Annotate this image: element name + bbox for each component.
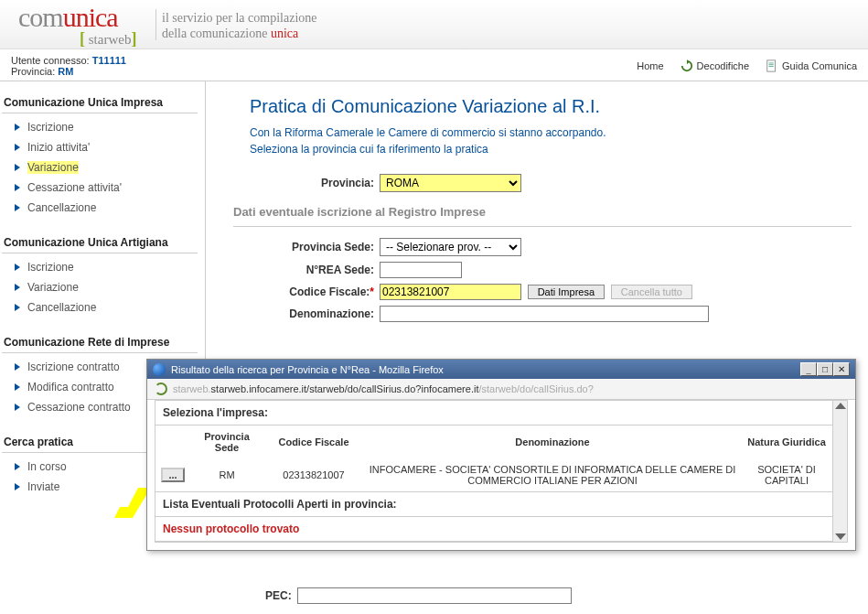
popup-url-text: starweb.starweb.infocamere.it/starweb/do… bbox=[173, 383, 594, 394]
provincia-label: Provincia: bbox=[233, 177, 380, 189]
prov-sede-select[interactable]: -- Selezionare prov. -- bbox=[380, 238, 521, 256]
menu-section-title: Comunicazione Unica Impresa bbox=[2, 92, 198, 113]
arrow-icon bbox=[15, 164, 20, 171]
userbar: Utente connesso: T11111 Provincia: RM Ho… bbox=[0, 49, 868, 81]
arrow-icon bbox=[15, 483, 20, 490]
section-registro: Dati eventuale iscrizione al Registro Im… bbox=[233, 198, 852, 222]
sidebar-item-label: Cancellazione bbox=[27, 301, 96, 314]
document-icon bbox=[766, 59, 778, 72]
notice: Con la Riforma Camerale le Camere di com… bbox=[233, 124, 852, 174]
sidebar-item-label: Inizio attivita' bbox=[27, 141, 90, 154]
row-prov: RM bbox=[190, 458, 263, 491]
denom-label: Denominazione: bbox=[233, 307, 380, 320]
provincia-label: Provincia: bbox=[11, 66, 58, 77]
logo: comunica bbox=[18, 2, 118, 33]
cf-label: Codice Fiscale: bbox=[233, 285, 380, 298]
result-table: Provincia Sede Codice Fiscale Denominazi… bbox=[155, 425, 832, 491]
arrow-icon bbox=[15, 304, 20, 311]
sidebar-item[interactable]: Iscrizione bbox=[2, 257, 198, 277]
provincia-select[interactable]: ROMA bbox=[380, 174, 521, 192]
sidebar-item[interactable]: Inizio attivita' bbox=[2, 137, 198, 157]
popup-titlebar: Risultato della ricerca per Provincia e … bbox=[147, 360, 855, 379]
maximize-button[interactable]: □ bbox=[817, 362, 833, 376]
provincia-link[interactable]: RM bbox=[58, 66, 73, 77]
refresh-icon bbox=[680, 59, 693, 72]
svg-rect-1 bbox=[769, 63, 774, 64]
sidebar-item[interactable]: Iscrizione bbox=[2, 117, 198, 137]
sidebar-item-label: Variazione bbox=[27, 281, 79, 294]
popup-seleziona-label: Seleziona l'impresa: bbox=[155, 401, 832, 425]
svg-rect-2 bbox=[769, 64, 774, 65]
popup-urlbar: starweb.starweb.infocamere.it/starweb/do… bbox=[147, 379, 855, 400]
arrow-icon bbox=[15, 144, 20, 151]
cf-input[interactable] bbox=[380, 284, 521, 300]
popup-window: Risultato della ricerca per Provincia e … bbox=[146, 359, 856, 519]
prov-sede-label: Provincia Sede: bbox=[233, 241, 380, 253]
arrow-icon bbox=[15, 463, 20, 470]
sidebar-item-label: Inviate bbox=[27, 480, 59, 493]
arrow-icon bbox=[15, 363, 20, 371]
header: comunica [ starweb] il servizio per la c… bbox=[0, 0, 868, 49]
connected-label: Utente connesso: bbox=[11, 55, 92, 66]
result-row: ... RM 02313821007 INFOCAMERE - SOCIETA'… bbox=[155, 458, 832, 491]
sidebar-item-label: In corso bbox=[27, 460, 67, 473]
divider bbox=[233, 226, 852, 227]
nrea-input[interactable] bbox=[380, 262, 462, 278]
row-denom: INFOCAMERE - SOCIETA' CONSORTILE DI INFO… bbox=[364, 458, 741, 491]
svg-rect-3 bbox=[769, 66, 774, 67]
arrow-icon bbox=[15, 284, 20, 291]
divider bbox=[155, 9, 156, 40]
scroll-up-icon[interactable] bbox=[835, 403, 846, 409]
row-cf: 02313821007 bbox=[263, 458, 364, 491]
sidebar-item-label: Cancellazione bbox=[27, 201, 96, 214]
arrow-icon bbox=[15, 204, 20, 211]
reload-icon[interactable] bbox=[155, 382, 167, 395]
sidebar-item-label: Iscrizione bbox=[27, 121, 74, 134]
nrea-label: N°REA Sede: bbox=[233, 264, 380, 276]
menu-section-title: Comunicazione Rete di Imprese bbox=[2, 332, 198, 353]
menu-section-title: Comunicazione Unica Artigiana bbox=[2, 232, 198, 253]
close-button[interactable]: ✕ bbox=[833, 362, 850, 376]
sidebar-item-label: Cessazione attivita' bbox=[27, 181, 122, 194]
sidebar-item-label: Cessazione contratto bbox=[27, 401, 131, 414]
minimize-button[interactable]: _ bbox=[800, 362, 817, 376]
select-row-button[interactable]: ... bbox=[161, 468, 184, 482]
arrow-icon bbox=[15, 184, 20, 191]
col-cf: Codice Fiscale bbox=[263, 425, 364, 458]
sidebar-item[interactable]: Variazione bbox=[2, 157, 198, 178]
popup-title-text: Risultato della ricerca per Provincia e … bbox=[171, 364, 444, 375]
sidebar-item-label: Variazione bbox=[27, 161, 79, 174]
arrow-icon bbox=[15, 383, 20, 391]
logo-text: comunica bbox=[18, 2, 118, 33]
popup-lista-label: Lista Eventuali Protocolli Aperti in pro… bbox=[155, 492, 832, 516]
arrow-icon bbox=[15, 124, 20, 131]
cancella-tutto-button[interactable]: Cancella tutto bbox=[611, 285, 692, 299]
arrow-icon bbox=[15, 404, 20, 411]
user-link[interactable]: T11111 bbox=[92, 55, 126, 66]
decodifiche-link[interactable]: Decodifiche bbox=[680, 59, 749, 72]
sidebar-item[interactable]: Cancellazione bbox=[2, 297, 198, 318]
denom-input[interactable] bbox=[380, 306, 709, 322]
page-title: Pratica di Comunicazione Variazione al R… bbox=[233, 91, 852, 124]
row-natura: SOCIETA' DI CAPITALI bbox=[741, 458, 832, 491]
sidebar-item-label: Iscrizione bbox=[27, 261, 74, 274]
sidebar-item[interactable]: Cancellazione bbox=[2, 198, 198, 218]
home-link[interactable]: Home bbox=[637, 60, 663, 71]
firefox-icon bbox=[153, 363, 166, 376]
col-denom: Denominazione bbox=[364, 425, 741, 458]
sidebar-item[interactable]: Cessazione attivita' bbox=[2, 178, 198, 198]
arrow-icon bbox=[15, 264, 20, 271]
sidebar-item-label: Iscrizione contratto bbox=[27, 361, 120, 373]
sidebar-item-label: Modifica contratto bbox=[27, 381, 114, 393]
logo-starweb: [ starweb] bbox=[80, 29, 136, 48]
dati-impresa-button[interactable]: Dati Impresa bbox=[528, 285, 605, 299]
scrollbar[interactable] bbox=[832, 401, 847, 519]
col-prov: Provincia Sede bbox=[190, 425, 263, 458]
col-natura: Natura Giuridica bbox=[741, 425, 832, 458]
tagline: il servizio per la compilazione della co… bbox=[162, 11, 317, 42]
sidebar-item[interactable]: Variazione bbox=[2, 277, 198, 297]
popup-none-label: Nessun protocollo trovato bbox=[155, 517, 832, 519]
guida-link[interactable]: Guida Comunica bbox=[766, 59, 857, 72]
